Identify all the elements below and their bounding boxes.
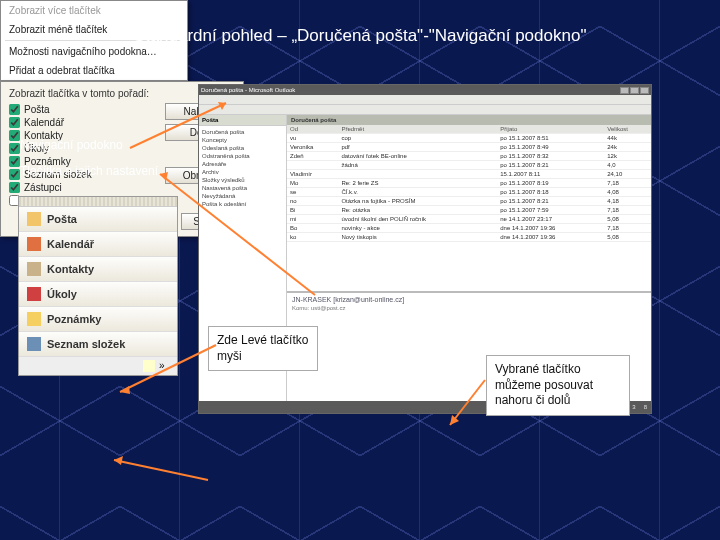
outlook-toolbar[interactable] [199, 105, 651, 115]
nav-button-label: Kalendář [47, 238, 94, 250]
checkbox[interactable] [9, 130, 20, 141]
folder-item[interactable]: Koncepty [202, 136, 283, 144]
checkbox[interactable] [9, 117, 20, 128]
outlook-menubar[interactable] [199, 95, 651, 105]
nav-button-úkoly[interactable]: Úkoly [19, 282, 177, 307]
caption-buttons: Tlačítka a jejich nastavení [20, 164, 158, 178]
tasks-icon [27, 287, 41, 301]
table-row[interactable]: Veronikapdfpo 15.1.2007 8:4924k [287, 143, 651, 152]
checkbox[interactable] [9, 143, 20, 154]
table-row[interactable]: Bonovinky - akcedne 14.1.2007 19:367,18 [287, 224, 651, 233]
preview-from: JN-KRASEK [krizan@unit-online.cz] [292, 296, 646, 303]
minimize-icon[interactable] [620, 87, 629, 94]
col-header[interactable]: Přijato [497, 125, 604, 134]
preview-to: Komu: usti@post.cz [292, 305, 646, 311]
slide-title: Standardní pohled – „Doručená pošta"-"Na… [0, 26, 720, 46]
outlook-titlebar: Doručená pošta - Microsoft Outlook [199, 85, 651, 95]
checkbox[interactable] [9, 104, 20, 115]
callout-left-click: Zde Levé tlačítko myši [208, 326, 318, 371]
notes-icon [27, 312, 41, 326]
folder-item[interactable]: Archiv [202, 168, 283, 176]
folder-item[interactable]: Adresáře [202, 160, 283, 168]
close-icon[interactable] [640, 87, 649, 94]
checkbox[interactable] [9, 182, 20, 193]
option-check[interactable]: Kalendář [9, 116, 157, 129]
folder-item[interactable]: Doručená pošta [202, 128, 283, 136]
caption-nav-pane: Navigační podokno [20, 138, 123, 152]
svg-marker-5 [120, 386, 130, 394]
svg-marker-7 [114, 456, 123, 465]
folder-item[interactable]: Odstraněná pošta [202, 152, 283, 160]
col-header[interactable]: Předmět [338, 125, 497, 134]
folders-icon [27, 337, 41, 351]
folder-item[interactable]: Složky výsledků [202, 176, 283, 184]
table-row[interactable]: žádnápo 15.1.2007 8:214,0 [287, 161, 651, 170]
table-row[interactable]: Vladimír15.1.2007 8:1124,10 [287, 170, 651, 179]
nav-button-pošta[interactable]: Pošta [19, 207, 177, 232]
nav-button-poznámky[interactable]: Poznámky [19, 307, 177, 332]
contacts-icon [27, 262, 41, 276]
nav-button-label: Poznámky [47, 313, 101, 325]
window-title: Doručená pošta - Microsoft Outlook [201, 87, 295, 93]
grip-handle[interactable] [19, 197, 177, 207]
menu-item: Zobrazit více tlačítek [1, 1, 187, 20]
option-check[interactable]: Pošta [9, 103, 157, 116]
callout-move-btn: Vybrané tlačítko můžeme posouvat nahoru … [486, 355, 630, 416]
table-row[interactable]: MoRe: 2 ferie ZSpo 15.1.2007 8:197,18 [287, 179, 651, 188]
shortcut-icon[interactable] [143, 360, 155, 372]
checkbox[interactable] [9, 169, 20, 180]
option-check[interactable]: Zástupci [9, 181, 157, 194]
svg-marker-9 [450, 415, 459, 425]
table-row[interactable]: noOtázka na fojtíka - PROSÍMpo 15.1.2007… [287, 197, 651, 206]
maximize-icon[interactable] [630, 87, 639, 94]
mail-icon [27, 212, 41, 226]
nav-header: Pošta [199, 115, 286, 126]
nav-button-label: Seznam složek [47, 338, 125, 350]
calendar-icon [27, 237, 41, 251]
nav-button-kontakty[interactable]: Kontakty [19, 257, 177, 282]
menu-item[interactable]: Přidat a odebrat tlačítka [1, 61, 187, 80]
table-row[interactable]: BiRe: otázkapo 15.1.2007 7:597,18 [287, 206, 651, 215]
checkbox[interactable] [9, 156, 20, 167]
folder-item[interactable]: Nevyžádaná [202, 192, 283, 200]
table-row[interactable]: Zdeňdatování fotek BE-onlinepo 15.1.2007… [287, 152, 651, 161]
folder-item[interactable]: Nastavená pošta [202, 184, 283, 192]
svg-line-6 [114, 460, 208, 480]
chevron-icon[interactable]: » [159, 360, 171, 372]
nav-button-kalendář[interactable]: Kalendář [19, 232, 177, 257]
col-header[interactable]: Od [287, 125, 338, 134]
folder-item[interactable]: Odeslaná pošta [202, 144, 283, 152]
message-list[interactable]: OdPředmětPřijatoVelikostvucoppo 15.1.200… [287, 125, 651, 291]
folder-item[interactable]: Pošta k odeslání [202, 200, 283, 208]
nav-buttons-panel: PoštaKalendářKontaktyÚkolyPoznámkySeznam… [18, 196, 178, 376]
table-row[interactable]: koNový tiskopisdne 14.1.2007 19:365,08 [287, 233, 651, 242]
table-row[interactable]: seČÍ.k.v.po 15.1.2007 8:184,08 [287, 188, 651, 197]
nav-button-label: Pošta [47, 213, 77, 225]
col-header[interactable]: Velikost [604, 125, 651, 134]
folder-header: Doručená pošta [287, 115, 651, 125]
nav-button-label: Úkoly [47, 288, 77, 300]
table-row[interactable]: miúvodní školní den POLIŇ ročníkne 14.1.… [287, 215, 651, 224]
nav-button-seznam složek[interactable]: Seznam složek [19, 332, 177, 357]
table-row[interactable]: vucoppo 15.1.2007 8:5144k [287, 134, 651, 143]
nav-button-label: Kontakty [47, 263, 94, 275]
